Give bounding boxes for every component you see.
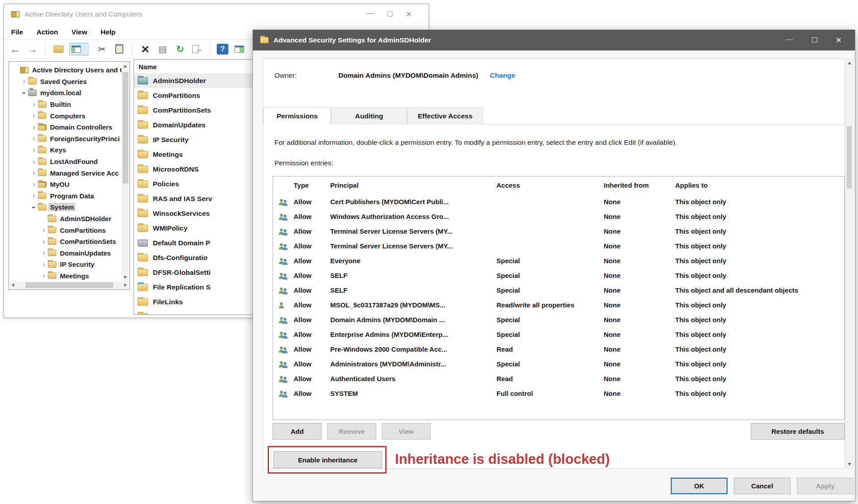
permission-entry-row[interactable]: Allow MSOL_5c0317387a29 (MYDOM\MS... Rea… [273, 298, 844, 312]
tree-item[interactable]: Keys [9, 144, 122, 156]
tree-vertical-scrollbar[interactable] [122, 62, 129, 281]
tree-item[interactable]: MyOU [9, 179, 122, 190]
expander-icon[interactable] [20, 88, 28, 97]
permission-entry-row[interactable]: Allow Windows Authorization Access Gro..… [273, 209, 844, 224]
expander-icon[interactable] [30, 180, 38, 189]
minimize-icon[interactable] [366, 9, 374, 19]
permission-entry-row[interactable]: Allow Pre-Windows 2000 Compatible Acc...… [273, 342, 844, 357]
tree-item[interactable]: DomainUpdates [9, 248, 122, 259]
expander-icon[interactable] [12, 66, 20, 75]
tree-item[interactable]: ComPartitions [9, 224, 122, 236]
tree-item[interactable]: Computers [9, 110, 122, 122]
remove-button[interactable]: Remove [327, 423, 376, 440]
permission-entry-row[interactable]: Allow Terminal Server License Servers (M… [273, 224, 844, 239]
tree-item[interactable]: Domain Controllers [9, 122, 122, 133]
tree-item[interactable]: ForeignSecurityPrinci [9, 133, 122, 145]
console-tree-icon[interactable] [69, 43, 89, 55]
permission-entry-row[interactable]: Allow Cert Publishers (MYDOM\Cert Publi.… [273, 194, 844, 209]
properties-icon[interactable] [156, 43, 169, 55]
close-icon[interactable] [836, 35, 841, 45]
add-button[interactable]: Add [273, 423, 322, 440]
expander-icon[interactable] [30, 100, 38, 109]
scrollbar-thumb[interactable] [847, 126, 852, 189]
expander-icon[interactable] [30, 157, 38, 166]
refresh-icon[interactable] [173, 43, 187, 55]
dialog-vertical-scrollbar[interactable] [845, 59, 853, 469]
expander-icon[interactable] [40, 237, 48, 246]
export-list-icon[interactable] [191, 43, 210, 55]
cancel-button[interactable]: Cancel [734, 478, 791, 494]
tree-item[interactable]: Active Directory Users and C [9, 64, 122, 76]
expander-icon[interactable] [40, 248, 48, 257]
tree-item[interactable]: Managed Service Acc [9, 167, 122, 179]
change-owner-link[interactable]: Change [490, 71, 515, 80]
paste-icon[interactable] [113, 43, 132, 55]
scrollbar-thumb[interactable] [25, 282, 113, 288]
minimize-icon[interactable] [786, 35, 793, 45]
close-icon[interactable] [406, 9, 412, 19]
restore-defaults-button[interactable]: Restore defaults [751, 423, 845, 440]
expander-icon[interactable] [30, 203, 38, 212]
permission-entry-row[interactable]: Allow SELF Special None This object and … [273, 283, 844, 298]
expander-icon[interactable] [40, 226, 48, 235]
ok-button[interactable]: OK [671, 478, 728, 494]
permission-entry-row[interactable]: Allow SELF Special None This object only [273, 268, 844, 283]
permission-entry-row[interactable]: Allow Domain Admins (MYDOM\Domain ... Sp… [273, 312, 844, 327]
tree-item[interactable]: System [9, 202, 122, 213]
menu-item[interactable]: View [72, 28, 87, 36]
expander-icon[interactable] [30, 123, 38, 132]
scroll-up-icon[interactable] [123, 65, 127, 67]
up-folder-icon[interactable] [52, 43, 65, 55]
menu-item[interactable]: File [11, 28, 23, 36]
scroll-down-icon[interactable] [848, 463, 851, 466]
delete-icon[interactable] [139, 43, 152, 55]
maximize-icon[interactable] [387, 9, 392, 19]
column-header[interactable]: Access [496, 180, 603, 191]
tab[interactable]: Effective Access [407, 107, 483, 125]
expander-icon[interactable] [30, 146, 38, 155]
expander-icon[interactable] [40, 214, 48, 223]
permission-entry-row[interactable]: Allow Administrators (MYDOM\Administr...… [273, 357, 844, 371]
expander-icon[interactable] [30, 191, 38, 200]
cut-icon[interactable] [95, 43, 109, 55]
tree-item[interactable]: mydom.local [9, 87, 122, 99]
back-icon[interactable] [8, 43, 22, 55]
help-icon[interactable] [217, 44, 228, 55]
maximize-icon[interactable] [812, 35, 817, 45]
tab[interactable]: Permissions [263, 107, 331, 125]
scrollbar-thumb[interactable] [122, 72, 128, 184]
tree-item[interactable]: Builtin [9, 99, 122, 110]
scroll-up-icon[interactable] [848, 62, 851, 64]
permission-entry-row[interactable]: Allow Everyone Special None This object … [273, 253, 844, 268]
view-button[interactable]: View [382, 423, 431, 440]
column-header[interactable]: Inherited from [603, 180, 674, 191]
forward-icon[interactable] [26, 43, 46, 55]
expander-icon[interactable] [30, 111, 38, 120]
scroll-left-icon[interactable] [12, 283, 14, 287]
menu-item[interactable]: Help [101, 28, 116, 36]
tree-item[interactable]: Program Data [9, 190, 122, 202]
scroll-down-icon[interactable] [123, 276, 127, 279]
apply-button[interactable]: Apply [797, 478, 854, 494]
tree-horizontal-scrollbar[interactable] [9, 281, 129, 289]
expander-icon[interactable] [40, 271, 48, 280]
scroll-right-icon[interactable] [124, 283, 127, 287]
permission-entry-row[interactable]: Allow Authenticated Users Read None This… [273, 371, 844, 386]
tree-item[interactable]: LostAndFound [9, 156, 122, 168]
expander-icon[interactable] [30, 134, 38, 143]
permission-entry-row[interactable]: Allow SYSTEM Full control None This obje… [273, 386, 844, 401]
permission-entry-row[interactable]: Allow Terminal Server License Servers (M… [273, 239, 844, 253]
menu-item[interactable]: Action [37, 28, 58, 36]
tree-item[interactable]: Saved Queries [9, 76, 122, 88]
expander-icon[interactable] [30, 168, 38, 177]
tab[interactable]: Auditing [331, 107, 407, 125]
expander-icon[interactable] [40, 260, 48, 269]
tree-item[interactable]: ComPartitionSets [9, 236, 122, 248]
column-header[interactable]: Principal [329, 180, 496, 191]
column-header[interactable]: Type [293, 180, 329, 191]
tree-item[interactable]: AdminSDHolder [9, 213, 122, 225]
advanced-view-icon[interactable] [232, 43, 246, 55]
tree-item[interactable]: Meetings [9, 270, 122, 281]
permission-entry-row[interactable]: Allow Enterprise Admins (MYDOM\Enterp...… [273, 327, 844, 342]
column-header[interactable]: Applies to [674, 180, 844, 191]
